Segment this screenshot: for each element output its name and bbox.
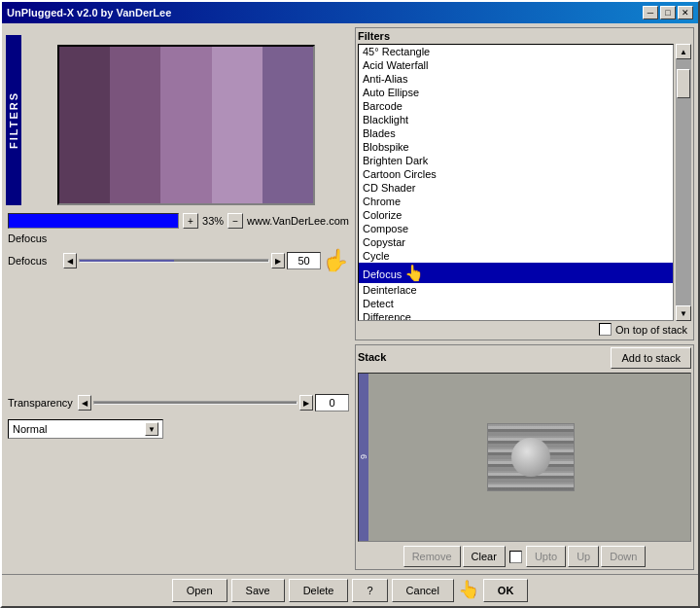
zoom-minus-button[interactable]: − <box>228 213 243 229</box>
filter-item-blades[interactable]: Blades <box>359 126 673 140</box>
defocus-section-label: Defocus <box>6 232 351 244</box>
ok-button[interactable]: OK <box>483 579 529 602</box>
preview-strip-4 <box>212 47 262 203</box>
filter-item-autoellipse[interactable]: Auto Ellipse <box>359 86 673 99</box>
blend-mode-dropdown[interactable]: Normal ▼ <box>8 419 163 439</box>
on-top-checkbox[interactable] <box>599 323 612 336</box>
transparency-slider-right[interactable]: ▶ <box>299 395 313 411</box>
ok-cursor-icon: 👆 <box>458 579 479 602</box>
stack-item-strip: 9 <box>359 374 368 541</box>
save-button[interactable]: Save <box>231 579 285 602</box>
minimize-button[interactable]: ─ <box>643 6 658 19</box>
dropdown-arrow-icon: ▼ <box>145 422 158 436</box>
filters-list-container: 45° Rectangle Acid Waterfall Anti-Alias … <box>358 44 691 321</box>
upto-button[interactable]: Upto <box>526 546 566 567</box>
preview-strip-5 <box>262 47 313 203</box>
transparency-row: Transparency ◀ ▶ 0 <box>6 394 351 411</box>
filter-item-blacklight[interactable]: Blacklight <box>359 113 673 126</box>
defocus-slider-right[interactable]: ▶ <box>271 253 285 268</box>
filter-item-cdshader[interactable]: CD Shader <box>359 181 673 195</box>
filters-side-label: FILTERS <box>6 35 21 205</box>
open-button[interactable]: Open <box>172 579 228 602</box>
scroll-up-button[interactable]: ▲ <box>676 44 691 59</box>
filter-item-deinterlace[interactable]: Deinterlace <box>359 283 673 297</box>
zoom-url: www.VanDerLee.com <box>247 215 349 227</box>
filter-item-defocus[interactable]: Defocus 👆 <box>359 263 673 283</box>
transparency-slider-track[interactable] <box>93 401 298 405</box>
preview-strip-2 <box>110 47 160 203</box>
content-area: FILTERS + 33% − www.VanDerLee.com <box>2 23 698 574</box>
filter-item-copystar[interactable]: Copystar <box>359 235 673 249</box>
filter-item-barcode[interactable]: Barcode <box>359 99 673 113</box>
bottom-row: Open Save Delete ? Cancel 👆 OK <box>2 574 698 606</box>
upto-checkbox[interactable] <box>509 551 522 563</box>
zoom-progress <box>8 213 179 229</box>
preview-box <box>57 45 315 205</box>
defocus-slider-label: Defocus <box>8 255 61 267</box>
blend-mode-value: Normal <box>13 423 47 435</box>
filter-item-chrome[interactable]: Chrome <box>359 195 673 208</box>
filter-item-45rect[interactable]: 45° Rectangle <box>359 45 673 58</box>
filters-list[interactable]: 45° Rectangle Acid Waterfall Anti-Alias … <box>358 44 674 321</box>
transparency-slider-left[interactable]: ◀ <box>78 395 91 411</box>
clear-button[interactable]: Clear <box>463 546 506 567</box>
stack-label: Stack <box>358 351 386 363</box>
filter-item-antialias[interactable]: Anti-Alias <box>359 72 673 86</box>
title-bar: UnPlugged-X v2.0 by VanDerLee ─ □ ✕ <box>2 2 698 23</box>
transparency-value[interactable]: 0 <box>315 394 349 411</box>
filter-item-brightendark[interactable]: Brighten Dark <box>359 154 673 167</box>
stack-thumbnail <box>487 423 575 491</box>
scroll-thumb[interactable] <box>677 69 690 98</box>
filter-item-detect[interactable]: Detect <box>359 297 673 310</box>
left-panel: FILTERS + 33% − www.VanDerLee.com <box>6 27 351 570</box>
title-bar-controls: ─ □ ✕ <box>643 6 693 19</box>
close-button[interactable]: ✕ <box>678 6 693 19</box>
defocus-cursor-indicator: 👆 <box>404 265 424 281</box>
defocus-slider-row: Defocus ◀ ▶ 50 👆 <box>6 248 351 273</box>
down-button[interactable]: Down <box>601 546 646 567</box>
add-to-stack-button[interactable]: Add to stack <box>611 347 691 369</box>
filter-item-difference[interactable]: Difference <box>359 310 673 321</box>
defocus-slider-track[interactable] <box>79 259 269 263</box>
stack-number: 9 <box>359 454 368 459</box>
delete-button[interactable]: Delete <box>289 579 349 602</box>
thumbnail-circle <box>511 438 550 477</box>
filter-item-colorize[interactable]: Colorize <box>359 208 673 222</box>
filter-item-acid[interactable]: Acid Waterfall <box>359 58 673 72</box>
defocus-cursor-icon: 👆 <box>323 248 349 273</box>
stack-actions-row: Remove Clear Upto Up Down <box>358 546 691 567</box>
on-top-label: On top of stack <box>615 324 687 336</box>
filter-item-cycle[interactable]: Cycle <box>359 249 673 263</box>
filter-item-compose[interactable]: Compose <box>359 222 673 235</box>
defocus-slider-left[interactable]: ◀ <box>63 253 77 268</box>
preview-strip-3 <box>160 47 211 203</box>
stack-preview-area: 9 <box>358 373 691 542</box>
filters-scrollbar: ▲ ▼ <box>676 44 691 321</box>
cancel-button[interactable]: Cancel <box>392 579 454 602</box>
remove-button[interactable]: Remove <box>403 546 461 567</box>
zoom-percent: 33% <box>202 215 224 227</box>
dropdown-row: Normal ▼ <box>6 419 351 439</box>
filter-item-blobspike[interactable]: Blobspike <box>359 140 673 154</box>
window-title: UnPlugged-X v2.0 by VanDerLee <box>7 7 171 18</box>
on-top-row: On top of stack <box>358 321 691 338</box>
stack-group: Stack Add to stack 9 Remove Clea <box>355 344 694 570</box>
zoom-bar: + 33% − www.VanDerLee.com <box>6 213 351 229</box>
defocus-value[interactable]: 50 <box>287 252 321 269</box>
filter-item-cartooncircles[interactable]: Cartoon Circles <box>359 167 673 181</box>
transparency-label: Transparency <box>8 397 76 409</box>
scroll-down-button[interactable]: ▼ <box>676 305 691 321</box>
filters-label: Filters <box>358 30 691 42</box>
right-panel: Filters 45° Rectangle Acid Waterfall Ant… <box>355 27 694 570</box>
main-window: UnPlugged-X v2.0 by VanDerLee ─ □ ✕ FILT… <box>0 0 700 608</box>
maximize-button[interactable]: □ <box>660 6 676 19</box>
preview-strip-1 <box>59 47 110 203</box>
zoom-plus-button[interactable]: + <box>183 213 198 229</box>
help-button[interactable]: ? <box>352 579 387 602</box>
scroll-track[interactable] <box>676 59 691 305</box>
filters-group: Filters 45° Rectangle Acid Waterfall Ant… <box>355 27 694 340</box>
up-button[interactable]: Up <box>568 546 599 567</box>
